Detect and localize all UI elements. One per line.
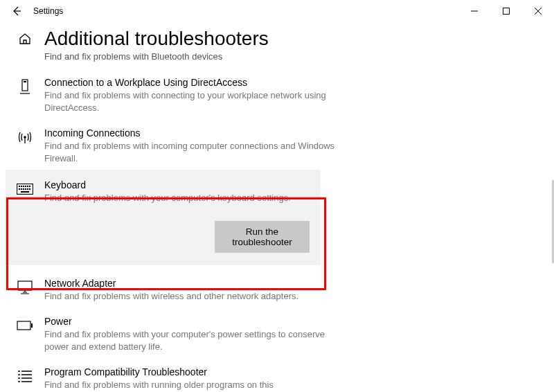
item-title: Keyboard (44, 179, 310, 190)
svg-rect-20 (31, 323, 33, 328)
svg-rect-8 (25, 186, 26, 187)
item-description: Find and fix problems with connecting to… (44, 89, 335, 114)
keyboard-icon (17, 181, 33, 197)
svg-rect-19 (17, 321, 30, 330)
svg-rect-0 (503, 8, 510, 15)
home-icon[interactable] (17, 30, 33, 47)
svg-rect-9 (27, 186, 28, 187)
svg-rect-2 (24, 81, 26, 82)
close-button[interactable] (522, 0, 554, 22)
monitor-icon (17, 279, 33, 296)
svg-rect-18 (18, 281, 32, 290)
svg-rect-7 (23, 186, 24, 187)
item-description: Find and fix problems with your computer… (44, 328, 335, 353)
item-title: Power (44, 316, 537, 327)
item-description: Find and fix problems with incoming comp… (44, 140, 335, 164)
svg-rect-6 (21, 186, 22, 187)
troubleshooter-item-directaccess[interactable]: Connection to a Workplace Using DirectAc… (17, 69, 537, 119)
list-icon (17, 368, 33, 384)
item-title: Program Compatibility Troubleshooter (44, 366, 537, 377)
troubleshooter-item-keyboard-selected[interactable]: Keyboard Find and fix problems with your… (6, 170, 321, 265)
back-button[interactable] (6, 0, 28, 22)
computer-icon (17, 78, 33, 95)
svg-rect-14 (25, 188, 26, 190)
minimize-button[interactable] (458, 0, 490, 22)
troubleshooter-item-incoming[interactable]: Incoming Connections Find and fix proble… (17, 119, 537, 170)
page-title: Additional troubleshooters (44, 28, 269, 50)
item-title: Connection to a Workplace Using DirectAc… (44, 77, 537, 88)
antenna-icon (17, 129, 33, 145)
troubleshooter-item-power[interactable]: Power Find and fix problems with your co… (17, 308, 537, 358)
orphan-description: Find and fix problems with Bluetooth dev… (44, 51, 537, 62)
svg-rect-10 (29, 186, 30, 187)
item-description: Find and fix problems with running older… (44, 379, 335, 391)
item-description: Find and fix problems with wireless and … (44, 290, 335, 303)
window-title: Settings (33, 6, 63, 16)
item-title: Incoming Connections (44, 127, 537, 139)
svg-rect-17 (21, 191, 29, 193)
battery-icon (17, 317, 33, 334)
svg-rect-15 (27, 188, 28, 190)
troubleshooter-item-network[interactable]: Network Adapter Find and fix problems wi… (17, 269, 537, 308)
svg-rect-5 (19, 186, 20, 187)
troubleshooter-item-compat[interactable]: Program Compatibility Troubleshooter Fin… (17, 358, 537, 392)
svg-rect-11 (19, 188, 20, 190)
maximize-button[interactable] (490, 0, 522, 22)
run-troubleshooter-button[interactable]: Run the troubleshooter (215, 221, 310, 253)
item-description: Find and fix problems with your computer… (44, 192, 310, 204)
svg-rect-12 (21, 188, 22, 190)
item-title: Network Adapter (44, 278, 537, 289)
svg-rect-13 (23, 188, 24, 190)
svg-rect-16 (29, 188, 30, 190)
